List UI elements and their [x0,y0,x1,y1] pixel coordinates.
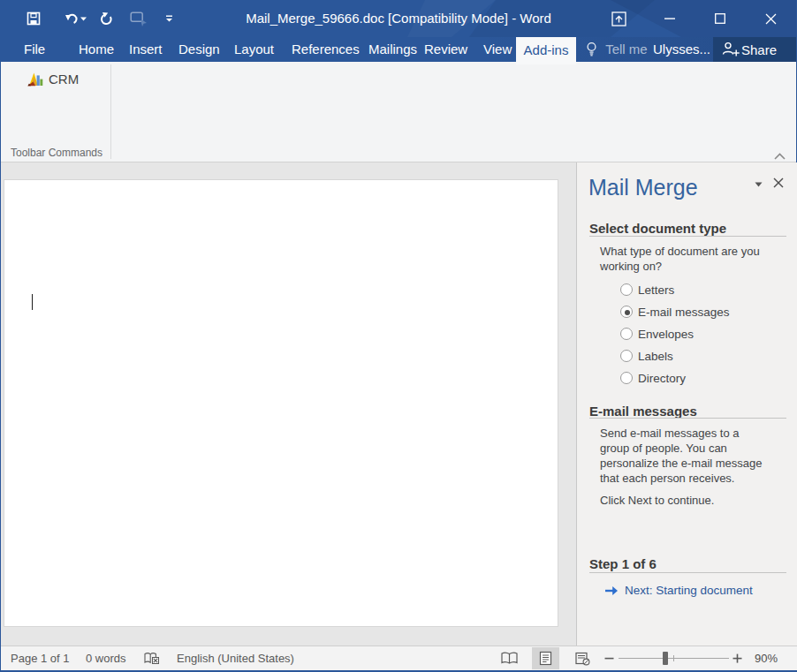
close-icon [773,177,784,188]
account-name[interactable]: Ulysses... [653,37,710,62]
select-document-type-heading: Select document type [589,221,726,236]
mail-merge-task-pane: Mail Merge Select document type What typ… [577,162,797,646]
radio-circle [620,283,633,296]
minimize-button[interactable] [649,0,690,37]
tab-mailings[interactable]: Mailings [368,37,417,62]
tab-references[interactable]: References [292,37,360,62]
next-link-label: Next: Starting document [625,584,753,597]
tab-home[interactable]: Home [79,37,114,62]
info-line: group of people. You can [600,442,727,455]
radio-circle [620,350,633,362]
zoom-slider-center-tick [673,655,674,661]
web-layout-icon [575,652,590,666]
language-indicator[interactable]: English (United States) [177,646,294,670]
question-line: working on? [600,260,662,273]
zoom-slider-handle[interactable] [663,652,668,665]
task-pane-title: Mail Merge [588,175,698,200]
share-label: Share [741,42,777,57]
zoom-level[interactable]: 90% [755,646,778,670]
question-line: What type of document are you [600,245,760,258]
heading-rule [589,236,786,237]
proofing-book-icon [144,652,159,665]
heading-rule [589,572,786,573]
tab-insert[interactable]: Insert [129,37,163,62]
chevron-down-icon [755,182,763,187]
radio-selected-dot [625,310,630,315]
page-count[interactable]: Page 1 of 1 [11,646,70,670]
document-area[interactable] [2,162,576,646]
tab-design[interactable]: Design [178,37,220,62]
ribbon: CRM Toolbar Commands [1,62,796,162]
ribbon-display-options-button[interactable] [598,0,639,37]
content-area: Mail Merge Select document type What typ… [2,162,797,646]
print-layout-button[interactable] [532,647,559,669]
ribbon-display-options-icon [611,11,626,26]
step-heading: Step 1 of 6 [589,556,657,571]
email-messages-heading: E-mail messages [589,404,697,419]
tell-me-label: Tell me [605,42,648,57]
title-bar: Mail_Merge_59666.doc [Compatibility Mode… [1,0,796,37]
crm-chart-icon [27,72,43,87]
info-line: personalize the e-mail message [600,457,763,470]
share-button[interactable]: Share [713,37,796,62]
read-mode-button[interactable] [496,647,523,669]
chevron-up-icon [774,153,786,160]
next-arrow-icon [604,585,619,596]
ribbon-group-separator [110,64,111,159]
text-cursor [32,294,33,310]
radio-label: Letters [638,283,674,297]
heading-rule [589,418,786,419]
tab-view[interactable]: View [483,37,512,62]
ribbon-tab-row: File Home Insert Design Layout Reference… [1,37,796,62]
crm-button[interactable]: CRM [27,70,79,87]
minimize-icon [664,13,675,24]
zoom-in-icon [732,653,742,663]
maximize-button[interactable] [700,0,740,37]
word-count[interactable]: 0 words [86,646,126,670]
web-layout-button[interactable] [569,647,596,669]
tab-review[interactable]: Review [424,37,467,62]
task-pane-menu-button[interactable] [750,177,766,193]
tab-file[interactable]: File [24,37,45,62]
word-window: Mail_Merge_59666.doc [Compatibility Mode… [0,0,797,672]
radio-label: Labels [638,350,673,363]
radio-label: E-mail messages [638,306,730,319]
close-icon [765,13,777,25]
document-page[interactable] [4,179,558,627]
status-bar: Page 1 of 1 0 words English (United Stat… [1,646,797,670]
click-next-line: Click Next to continue. [600,494,714,507]
radio-circle [620,328,633,340]
tab-layout[interactable]: Layout [234,37,274,62]
proofing-errors-button[interactable] [140,649,162,668]
info-line: Send e-mail messages to a [600,427,740,440]
crm-label: CRM [49,72,79,87]
next-starting-document-link[interactable]: Next: Starting document [604,584,753,597]
maximize-icon [715,13,725,24]
zoom-in-button[interactable] [728,647,746,669]
info-line: that each person receives. [600,472,734,485]
radio-circle [620,306,633,318]
read-mode-icon [501,652,518,665]
share-person-icon [722,42,740,57]
print-layout-icon [539,651,552,666]
tell-me-control[interactable]: Tell me [585,37,648,62]
collapse-ribbon-button[interactable] [771,150,787,162]
zoom-out-icon [604,653,614,663]
radio-circle [620,372,633,384]
lightbulb-icon [585,42,598,57]
task-pane-close-button[interactable] [770,175,786,191]
close-button[interactable] [750,0,791,37]
ribbon-group-label: Toolbar Commands [1,147,112,159]
zoom-out-button[interactable] [600,647,618,669]
radio-label: Envelopes [638,328,694,341]
radio-label: Directory [638,372,686,385]
tab-add-ins[interactable]: Add-ins [516,37,576,64]
